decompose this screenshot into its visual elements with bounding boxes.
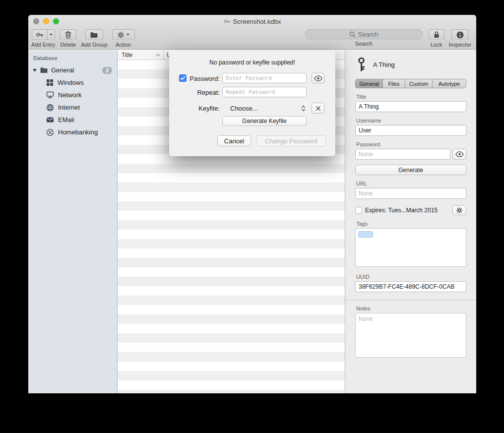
dialog-password-input[interactable]	[222, 73, 307, 83]
column-header-title[interactable]: Title	[118, 50, 164, 60]
username-field[interactable]	[355, 125, 466, 136]
app-window: Screenshot.kdbx Add Entry Delete	[28, 15, 476, 393]
username-field-label: Username	[356, 118, 466, 124]
checkmark-icon	[180, 76, 186, 80]
chevron-down-icon	[126, 34, 129, 36]
expires-checkbox[interactable]	[355, 207, 362, 214]
password-field[interactable]	[355, 149, 450, 160]
folder-icon	[40, 66, 48, 74]
key-icon	[32, 30, 47, 40]
popup-stepper-icon	[301, 105, 306, 112]
key-icon	[356, 57, 367, 72]
password-checkbox[interactable]	[179, 74, 187, 82]
group-label: General	[51, 66, 74, 74]
clear-keyfile-button[interactable]	[312, 103, 324, 114]
close-button[interactable]	[33, 18, 39, 24]
password-dialog: No password or keyfile supplied! Passwor…	[169, 50, 335, 156]
zoom-button[interactable]	[53, 18, 59, 24]
keyfile-popup[interactable]: Choose...	[222, 103, 307, 114]
chevron-down-icon	[50, 34, 53, 36]
disclosure-triangle-icon[interactable]	[33, 69, 37, 72]
globe-icon	[46, 104, 54, 112]
entry-header: A Thing	[356, 56, 466, 73]
change-password-button[interactable]: Change Password	[256, 135, 326, 146]
inspector-tabs: General Files Custom Autotype	[355, 79, 466, 88]
delete-button[interactable]	[60, 29, 76, 40]
search-input[interactable]: Search	[305, 29, 423, 39]
generate-keyfile-button[interactable]: Generate Keyfile	[222, 116, 307, 126]
tag-token[interactable]	[358, 231, 373, 238]
url-field-label: URL	[356, 181, 466, 186]
tab-general[interactable]: General	[356, 79, 383, 88]
notes-field[interactable]	[355, 313, 466, 358]
lock-icon	[433, 31, 440, 39]
toolbar-item-lock: Lock	[429, 29, 444, 48]
add-group-button[interactable]	[85, 29, 103, 40]
desktop: { "colors": { "accent_blue": "#3d86f7", …	[0, 0, 504, 433]
tab-files[interactable]: Files	[383, 79, 405, 88]
dialog-repeat-input[interactable]	[222, 87, 307, 97]
toolbar-item-action: Action	[112, 29, 135, 48]
entry-title: A Thing	[373, 61, 395, 68]
tags-box[interactable]	[355, 228, 466, 267]
sidebar-item-label: Network	[58, 91, 82, 99]
tab-custom[interactable]: Custom	[405, 79, 433, 88]
gear-icon	[117, 31, 125, 39]
password-field-label: Password	[356, 141, 466, 147]
document-key-icon	[224, 18, 231, 25]
dialog-reveal-button[interactable]	[312, 73, 324, 83]
expires-options-button[interactable]	[452, 205, 466, 215]
dialog-repeat-label: Repeat:	[188, 89, 220, 96]
column-title-label: Title	[122, 52, 132, 59]
sidebar-item-windows[interactable]: Windows	[28, 76, 117, 89]
add-entry-dropdown[interactable]	[47, 30, 55, 40]
uuid-field[interactable]	[355, 281, 466, 292]
expires-row: Expires: Tues...March 2015	[355, 205, 466, 215]
cancel-button[interactable]: Cancel	[217, 135, 251, 146]
close-x-icon	[315, 106, 321, 111]
uuid-label: UUID	[356, 274, 466, 280]
tags-label: Tags	[356, 221, 466, 227]
trash-icon	[64, 31, 72, 39]
title-field[interactable]	[355, 101, 466, 112]
percent-icon	[46, 128, 54, 136]
dialog-keyfile-label: Keyfile:	[188, 105, 220, 112]
window-title-wrap: Screenshot.kdbx	[224, 18, 281, 25]
delete-label: Delete	[60, 42, 76, 48]
folder-icon	[90, 31, 98, 39]
minimize-button[interactable]	[43, 18, 49, 24]
title-field-label: Title	[356, 94, 466, 100]
info-icon	[456, 31, 464, 39]
lock-button[interactable]	[429, 29, 444, 40]
window-chrome: Screenshot.kdbx Add Entry Delete	[28, 15, 476, 50]
toolbar-item-add-entry: Add Entry	[31, 29, 55, 48]
envelope-icon	[46, 117, 54, 123]
titlebar[interactable]: Screenshot.kdbx	[28, 15, 476, 28]
reveal-password-button[interactable]	[452, 149, 466, 160]
keyfile-popup-value: Choose...	[222, 105, 258, 112]
inspector-button[interactable]	[451, 29, 468, 40]
sidebar-group-general[interactable]: General 2	[28, 64, 117, 76]
toolbar-item-add-group: Add Group	[81, 29, 107, 48]
generate-password-button[interactable]: Generate	[355, 165, 466, 175]
dialog-message: No password or keyfile supplied!	[169, 59, 335, 66]
sidebar-item-label: Windows	[58, 79, 84, 86]
sidebar-item-internet[interactable]: Internet	[28, 101, 117, 114]
url-field[interactable]	[355, 188, 466, 199]
sidebar-item-homebanking[interactable]: Homebanking	[28, 126, 117, 138]
tab-label: General	[359, 81, 378, 87]
sidebar-item-label: Internet	[58, 104, 80, 111]
toolbar-item-search: Search Search	[305, 29, 423, 47]
magnifier-icon	[349, 31, 356, 38]
sidebar-item-network[interactable]: Network	[28, 89, 117, 101]
tab-label: Files	[388, 81, 399, 87]
eye-icon	[314, 75, 322, 81]
sidebar: Database General 2 Windows Network	[28, 50, 118, 393]
sidebar-item-email[interactable]: EMail	[28, 114, 117, 126]
action-button[interactable]	[112, 29, 135, 40]
lock-label: Lock	[431, 42, 442, 48]
add-entry-label: Add Entry	[31, 42, 55, 48]
sidebar-item-label: Homebanking	[58, 128, 98, 136]
tab-autotype[interactable]: Autotype	[433, 79, 466, 88]
add-entry-button[interactable]	[32, 29, 55, 40]
